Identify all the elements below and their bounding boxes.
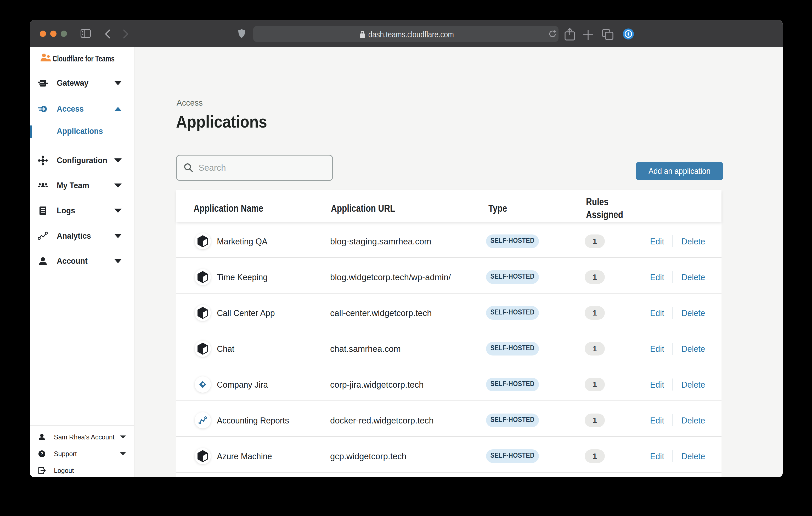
svg-text:?: ? xyxy=(40,451,43,456)
